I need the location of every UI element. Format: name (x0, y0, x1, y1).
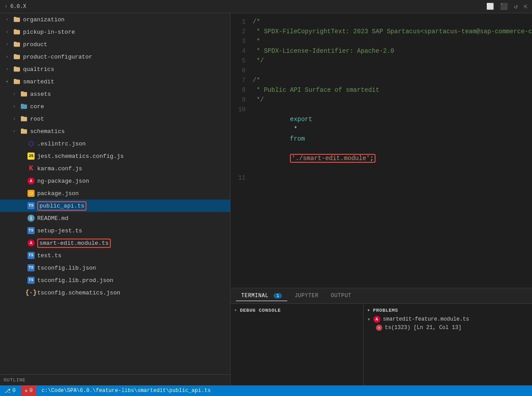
chevron-icon (4, 53, 11, 60)
debug-console-header: ▾ DEBUG CONSOLE (234, 307, 360, 313)
sidebar-item-product-configurator[interactable]: product-configurator (0, 51, 230, 63)
top-bar-actions: ⬜ ⬛ ↺ ⇱ (486, 3, 528, 10)
sidebar-item-smartedit[interactable]: smartedit (0, 75, 230, 88)
refresh-icon[interactable]: ↺ (514, 3, 517, 10)
main-layout: organization pickup-in-store product pro… (0, 13, 532, 385)
folder-icon (20, 90, 27, 98)
sidebar-item-root[interactable]: root (0, 113, 230, 125)
problem-filename: smartedit-feature.module.ts (383, 316, 469, 322)
sidebar-item-product[interactable]: product (0, 38, 230, 51)
tsconfig-icon: TS (27, 264, 35, 271)
terminal-badge: 1 (274, 293, 282, 298)
code-line-10: 10 export * from './smart-edit.module'; (231, 105, 532, 173)
file-explorer: organization pickup-in-store product pro… (0, 13, 231, 385)
error-number: 0 (29, 388, 32, 394)
sidebar-item-readme[interactable]: i README.md (0, 212, 230, 224)
status-path: c:\Code\SPA\6.0.\feature-libs\smartedit\… (42, 388, 211, 394)
sidebar-item-tsconfig-lib[interactable]: TS tsconfig.lib.json (0, 262, 230, 274)
folder-label: smartedit (23, 78, 54, 85)
operator: * (290, 125, 301, 133)
editor-area: 1 /* 2 * SPDX-FileCopyrightText: 2023 SA… (231, 13, 532, 385)
sidebar-item-smart-edit-module[interactable]: A smart-edit.module.ts (0, 237, 230, 249)
tab-jupyter[interactable]: JUPYTER (289, 291, 324, 301)
sidebar-item-jest-schematics[interactable]: JS jest.schematics.config.js (0, 150, 230, 162)
new-folder-icon[interactable]: ⬛ (500, 3, 508, 10)
sidebar-item-assets[interactable]: assets (0, 88, 230, 100)
folder-icon (13, 66, 20, 73)
sidebar-item-package[interactable]: ⬡ package.json (0, 187, 230, 200)
top-bar: › 6.0.X ⬜ ⬛ ↺ ⇱ (0, 0, 532, 13)
code-line-3: 3 * (231, 36, 532, 46)
line-content: */ (253, 95, 532, 105)
folder-label: core (30, 103, 44, 110)
line-number: 1 (231, 17, 253, 27)
line-content: * (253, 36, 532, 46)
line-number: 8 (231, 85, 253, 95)
problems-panel: ▾ PROBLEMS ▾ A smartedit-feature.module.… (364, 304, 532, 385)
file-label: jest.schematics.config.js (37, 153, 124, 160)
line-number: 11 (231, 173, 253, 183)
tab-terminal[interactable]: TERMINAL 1 (236, 291, 287, 301)
code-line-9: 9 */ (231, 95, 532, 105)
string-value: './smart-edit.module' (292, 155, 370, 162)
code-line-11: 11 (231, 173, 532, 183)
sidebar-item-qualtrics[interactable]: qualtrics (0, 63, 230, 75)
folder-label: schematics (30, 128, 65, 135)
info-icon: i (27, 215, 35, 222)
sidebar-item-schematics[interactable]: schematics (0, 125, 230, 137)
sidebar-item-organization[interactable]: organization (0, 13, 230, 26)
sidebar-item-tsconfig-schematics[interactable]: {·} tsconfig.schematics.json (0, 286, 230, 299)
file-label: tsconfig.lib.json (37, 265, 96, 271)
sidebar-item-eslintrc[interactable]: ⬡ .eslintrc.json (0, 137, 230, 150)
workspace-title: › 6.0.X (4, 4, 26, 10)
line-content: * SPDX-FileCopyrightText: 2023 SAP Spart… (253, 27, 532, 36)
sidebar-item-public-api[interactable]: TS public_api.ts (0, 200, 230, 212)
chevron-down-icon: ▾ (234, 307, 237, 313)
line-number: 5 (231, 56, 253, 66)
file-label: public_api.ts (37, 201, 86, 211)
line-number: 3 (231, 36, 253, 46)
line-content: * SPDX-License-Identifier: Apache-2.0 (253, 46, 532, 56)
file-label: smart-edit.module.ts (37, 239, 111, 248)
chevron-icon (4, 66, 11, 73)
outline-label: OUTLINE (4, 377, 26, 383)
folder-label: pickup-in-store (23, 29, 75, 35)
sidebar-item-karma[interactable]: K karma.conf.js (0, 162, 230, 175)
chevron-icon (11, 103, 18, 110)
problem-error-item: ✕ ts(1323) [Ln 21, Col 13] (376, 325, 528, 331)
sidebar-item-pickup-in-store[interactable]: pickup-in-store (0, 26, 230, 38)
new-file-icon[interactable]: ⬜ (486, 3, 494, 10)
sidebar-item-tsconfig-lib-prod[interactable]: TS tsconfig.lib.prod.json (0, 274, 230, 286)
module-path: './smart-edit.module'; (290, 154, 376, 163)
folder-icon (13, 28, 20, 35)
git-branch: ⎇ 0 (4, 388, 16, 394)
folder-label: assets (30, 91, 51, 98)
semicolon: ; (370, 155, 373, 162)
file-label: ng-package.json (37, 178, 89, 184)
collapse-icon[interactable]: ⇱ (524, 3, 528, 10)
code-line-8: 8 * Public API Surface of smartedit (231, 85, 532, 95)
sidebar-item-test[interactable]: TS test.ts (0, 249, 230, 262)
code-editor[interactable]: 1 /* 2 * SPDX-FileCopyrightText: 2023 SA… (231, 13, 532, 288)
json-icon: {·} (27, 289, 35, 296)
line-content: /* (253, 75, 532, 85)
workspace-name: 6.0.X (10, 4, 26, 10)
folder-label: qualtrics (23, 66, 54, 73)
tab-output[interactable]: OUTPUT (325, 291, 356, 301)
bottom-panel: TERMINAL 1 JUPYTER OUTPUT ▾ DEBUG CONSOL… (231, 288, 532, 385)
tab-label: TERMINAL (241, 293, 269, 299)
sidebar-item-setup-jest[interactable]: TS setup-jest.ts (0, 224, 230, 237)
line-content: * Public API Surface of smartedit (253, 85, 532, 95)
tab-label: OUTPUT (331, 293, 351, 299)
chevron-down-icon: ▾ (367, 307, 370, 313)
code-line-7: 7 /* (231, 75, 532, 85)
error-count: ✕ 0 (21, 385, 36, 396)
folder-icon (13, 41, 20, 48)
sidebar-item-core[interactable]: core (0, 100, 230, 113)
file-label: .eslintrc.json (37, 141, 86, 147)
chevron-icon: ▾ (367, 316, 371, 323)
file-path: c:\Code\SPA\6.0.\feature-libs\smartedit\… (42, 388, 211, 394)
ts-icon: TS (27, 252, 35, 259)
outline-section: OUTLINE (0, 374, 230, 385)
sidebar-item-ng-package[interactable]: A ng-package.json (0, 175, 230, 187)
